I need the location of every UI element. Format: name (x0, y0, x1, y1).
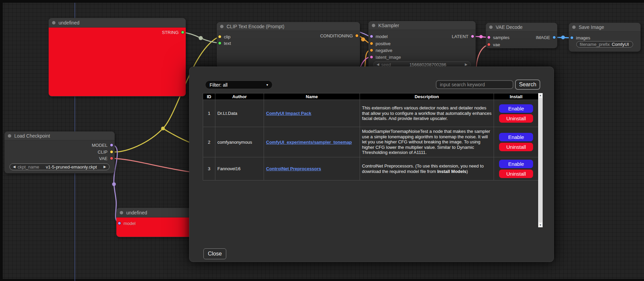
output-slot-latent[interactable] (471, 35, 474, 38)
widget-increment-icon[interactable]: ▶ (465, 63, 467, 66)
node-vae-decode[interactable]: VAE Decode samples vae IMAGE (486, 23, 557, 48)
extension-install-cell: EnableUninstall (494, 157, 539, 180)
scrollbar[interactable]: ▲ ▼ (538, 93, 543, 227)
collapse-dot-icon[interactable] (220, 25, 224, 28)
link-dot-image[interactable] (561, 36, 565, 39)
slot-label: text (224, 41, 231, 46)
slot-label: VAE (99, 156, 108, 161)
enable-button[interactable]: Enable (499, 104, 533, 113)
output-slot-clip[interactable] (110, 150, 113, 154)
collapse-dot-icon[interactable] (372, 24, 375, 27)
node-ksampler[interactable]: KSampler model positive negative latent_… (368, 21, 476, 70)
node-title: KSampler (378, 23, 399, 28)
extension-row: 2comfyanonymousComfyUI_experiments/sampl… (203, 127, 539, 157)
input-slot-positive[interactable] (370, 42, 373, 45)
filter-dropdown[interactable]: Filter: all ▾ (205, 81, 273, 89)
slot-label: model (376, 34, 387, 39)
node-clip-text-encode[interactable]: CLIP Text Encode (Prompt) clip text COND… (217, 22, 360, 68)
extension-row: 1Dr.Lt.DataComfyUI Impact PackThis exten… (203, 100, 539, 127)
scrollbar-thumb[interactable] (539, 98, 542, 223)
input-slot-samples[interactable] (487, 36, 491, 39)
column-header-description: Description (360, 93, 494, 100)
extension-link[interactable]: ControlNet Preprocessors (266, 166, 321, 171)
search-input[interactable] (436, 80, 513, 89)
slot-label: samples (493, 35, 509, 40)
collapse-dot-icon[interactable] (489, 25, 493, 29)
extension-name: ControlNet Preprocessors (264, 157, 360, 180)
widget-value: ComfyUI (612, 42, 631, 47)
collapse-dot-icon[interactable] (120, 211, 123, 214)
extension-author: Fannovel16 (215, 157, 264, 180)
enable-button[interactable]: Enable (499, 160, 533, 168)
uninstall-button[interactable]: Uninstall (499, 170, 533, 178)
collapse-dot-icon[interactable] (52, 21, 55, 24)
link-dot-conditioning[interactable] (361, 37, 365, 41)
slot-label: LATENT (452, 34, 468, 39)
wire-clip-yellow-branch (163, 128, 191, 143)
widget-label: ckpt_name (18, 164, 39, 170)
extension-description: ModelSamplerTonemapNoiseTest a node that… (360, 127, 494, 157)
slot-label: model (123, 221, 135, 226)
node-title: undefined (59, 20, 80, 25)
input-slot-negative[interactable] (370, 49, 373, 52)
extension-install-cell: EnableUninstall (494, 127, 539, 157)
widget-decrement-icon[interactable]: ◀ (13, 165, 16, 169)
comfyui-canvas[interactable]: undefined STRING CLIP Text Encode (Promp… (0, 0, 644, 281)
extension-name: ComfyUI Impact Pack (264, 100, 360, 127)
link-dot-clip[interactable] (161, 127, 165, 130)
node-title: Load Checkpoint (14, 133, 50, 139)
column-header-id: ID (203, 93, 215, 100)
slot-label: IMAGE (536, 35, 550, 40)
output-slot-model[interactable] (110, 143, 113, 147)
input-slot-model[interactable] (118, 222, 121, 225)
uninstall-button[interactable]: Uninstall (499, 114, 533, 123)
widget-value: v1-5-pruned-emaonly.ckpt (41, 164, 101, 170)
widget-decrement-icon[interactable]: ◀ (377, 63, 379, 66)
link-dot-string[interactable] (199, 36, 203, 40)
output-slot-image[interactable] (552, 36, 556, 39)
node-load-checkpoint[interactable]: Load Checkpoint MODEL CLIP VAE ◀ ckpt_na… (4, 131, 115, 173)
slot-label: STRING (162, 30, 179, 35)
node-title: CLIP Text Encode (Prompt) (227, 24, 284, 29)
ckpt-name-widget[interactable]: ◀ ckpt_name v1-5-pruned-emaonly.ckpt ▶ (10, 163, 110, 170)
output-slot-vae[interactable] (110, 157, 113, 160)
widget-increment-icon[interactable]: ▶ (103, 165, 106, 169)
input-slot-vae[interactable] (487, 43, 491, 46)
output-slot-string[interactable] (181, 31, 184, 34)
input-slot-model[interactable] (370, 35, 373, 38)
filename-prefix-widget[interactable]: filename_prefix ComfyUI (576, 41, 633, 48)
table-header-row: IDAuthorNameDescriptionInstall (203, 93, 539, 100)
link-dot-model[interactable] (112, 182, 116, 186)
link-dot-latent[interactable] (479, 35, 483, 38)
extension-manager-dialog: Filter: all ▾ Search IDAuthorNameDescrip… (189, 67, 554, 262)
close-button[interactable]: Close (203, 248, 226, 259)
node-title: Save Image (579, 24, 604, 30)
scroll-up-icon[interactable]: ▲ (538, 93, 543, 98)
node-undefined-top[interactable]: undefined STRING (49, 18, 186, 96)
uninstall-button[interactable]: Uninstall (499, 143, 533, 151)
extension-id: 2 (203, 127, 215, 157)
slot-label: latent_image (376, 55, 401, 60)
slot-label: CONDITIONING (320, 33, 353, 38)
collapse-dot-icon[interactable] (8, 134, 11, 138)
input-slot-images[interactable] (570, 36, 574, 39)
wire-vae-red-left (112, 158, 191, 172)
input-slot-clip[interactable] (218, 35, 221, 38)
enable-button[interactable]: Enable (499, 133, 533, 141)
extension-table: IDAuthorNameDescriptionInstall 1Dr.Lt.Da… (203, 93, 539, 180)
node-save-image[interactable]: Save Image images filename_prefix ComfyU… (569, 23, 641, 52)
node-title: VAE Decode (496, 24, 523, 30)
search-button[interactable]: Search (515, 80, 540, 90)
slot-label: vae (493, 42, 500, 47)
slot-label: images (576, 35, 590, 40)
extension-row: 3Fannovel16ControlNet PreprocessorsContr… (203, 157, 539, 180)
extension-link[interactable]: ComfyUI Impact Pack (266, 111, 311, 116)
extension-install-cell: EnableUninstall (494, 100, 539, 127)
collapse-dot-icon[interactable] (572, 25, 576, 29)
scroll-down-icon[interactable]: ▼ (538, 223, 543, 227)
input-slot-latent-image[interactable] (370, 55, 373, 59)
extension-link[interactable]: ComfyUI_experiments/sampler_tonemap (266, 140, 352, 145)
input-slot-text[interactable] (218, 41, 221, 45)
output-slot-conditioning[interactable] (355, 34, 359, 37)
node-title: undefined (126, 210, 147, 215)
